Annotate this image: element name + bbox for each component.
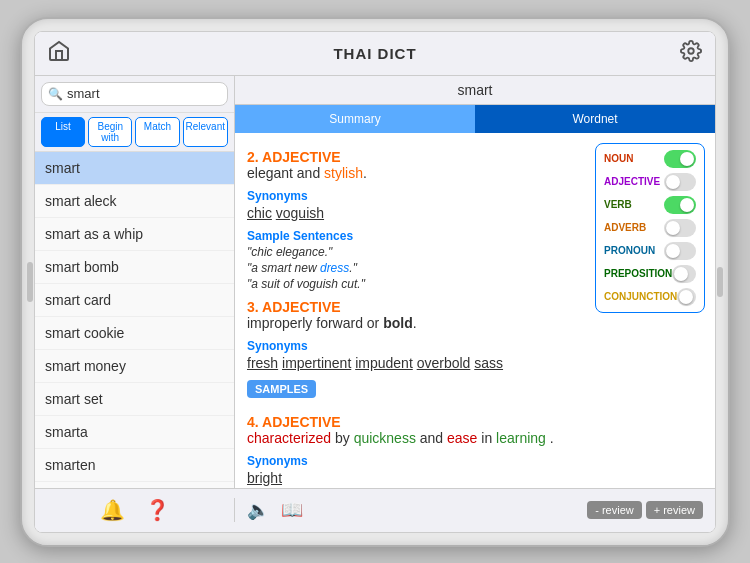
wt-row-pronoun: PRONOUN [604,242,696,260]
syn-impertinent[interactable]: impertinent [282,355,351,371]
app-title: THAI DICT [75,45,675,62]
entry-4-quickness: quickness [354,430,416,446]
notification-icon[interactable]: 🔔 [100,498,125,522]
tab-summary[interactable]: Summary [235,105,475,133]
main-area: 🔍 ✕ List Begin with Match Relevant smart… [35,76,715,488]
tab-wordnet[interactable]: Wordnet [475,105,715,133]
synonym-chic[interactable]: chic [247,205,272,221]
wt-label-adverb: ADVERB [604,222,646,233]
left-panel: 🔍 ✕ List Begin with Match Relevant smart… [35,76,235,488]
entry-4-synonyms-label: Synonyms [247,454,703,468]
list-item[interactable]: smart as a whip [35,218,234,251]
tabs-row: Summary Wordnet [235,105,715,133]
wt-row-preposition: PREPOSITION [604,265,696,283]
search-icon: 🔍 [48,87,63,101]
svg-point-0 [688,48,694,54]
toggle-knob-preposition [674,267,688,281]
list-item[interactable]: smart [35,152,234,185]
syn-impudent[interactable]: impudent [355,355,413,371]
toggle-noun[interactable] [664,150,696,168]
search-input[interactable] [67,86,235,101]
search-bar: 🔍 ✕ [35,76,234,113]
toggle-verb[interactable] [664,196,696,214]
gear-icon [680,40,702,66]
filter-match-button[interactable]: Match [135,117,179,147]
wt-label-preposition: PREPOSITION [604,268,672,279]
filter-beginwith-button[interactable]: Begin with [88,117,132,147]
word-type-panel: NOUN ADJECTIVE VERB [595,143,705,313]
toggle-conjunction[interactable] [677,288,696,306]
book-icon[interactable]: 📖 [281,499,303,521]
list-item[interactable]: smart set [35,383,234,416]
entry-3-def-bold: bold [383,315,413,331]
settings-button[interactable] [675,37,707,69]
home-icon [47,39,71,67]
wt-row-verb: VERB [604,196,696,214]
toggle-knob-conjunction [679,290,693,304]
syn-bright[interactable]: bright [247,470,282,486]
list-item[interactable]: smart cookie [35,317,234,350]
filter-list-button[interactable]: List [41,117,85,147]
list-item[interactable]: smarta [35,416,234,449]
app-container: THAI DICT 🔍 ✕ [34,31,716,533]
list-item[interactable]: smart bomb [35,251,234,284]
sample-3-voguish: voguish [297,277,338,291]
syn-sass[interactable]: sass [474,355,503,371]
filter-buttons-row: List Begin with Match Relevant [35,113,234,152]
samples-button[interactable]: SAMPLES [247,380,316,398]
entry-4-period: . [550,430,554,446]
entry-4-and: and [420,430,447,446]
bottom-bar: 🔔 ❓ 🔈 📖 - review + review [35,488,715,532]
bottom-left: 🔔 ❓ [35,498,235,522]
toggle-knob-noun [680,152,694,166]
review-minus-button[interactable]: - review [587,501,642,519]
entry-4-learning: learning [496,430,546,446]
toggle-adverb[interactable] [664,219,696,237]
right-header: smart [235,76,715,105]
entry-3-synonyms-label: Synonyms [247,339,703,353]
synonym-voguish[interactable]: voguish [276,205,324,221]
list-item[interactable]: smart aleck [35,185,234,218]
content-area: NOUN ADJECTIVE VERB [235,133,715,488]
syn-overbold[interactable]: overbold [417,355,471,371]
entry-3-synonyms: fresh impertinent impudent overbold sass [247,355,703,371]
entry-4-characterized: characterized [247,430,331,446]
list-item[interactable]: smart money [35,350,234,383]
word-list: smart smart aleck smart as a whip smart … [35,152,234,488]
wt-row-adverb: ADVERB [604,219,696,237]
top-bar: THAI DICT [35,32,715,76]
toggle-pronoun[interactable] [664,242,696,260]
wt-row-noun: NOUN [604,150,696,168]
wt-label-conjunction: CONJUNCTION [604,291,677,302]
toggle-adjective[interactable] [664,173,696,191]
sample-2-dress: dress [320,261,349,275]
sample-3-suit: suit [261,277,280,291]
entry-4-ease: ease [447,430,477,446]
device-frame: THAI DICT 🔍 ✕ [20,17,730,547]
wt-label-adjective: ADJECTIVE [604,176,660,187]
list-item[interactable]: smart card [35,284,234,317]
wt-row-adjective: ADJECTIVE [604,173,696,191]
filter-relevant-button[interactable]: Relevant [183,117,228,147]
volume-button [27,262,33,302]
toggle-knob-adverb [666,221,680,235]
right-panel: smart Summary Wordnet NOUN [235,76,715,488]
wt-label-verb: VERB [604,199,632,210]
bottom-right: 🔈 📖 - review + review [235,499,715,521]
page-title: smart [458,82,493,98]
entry-4-in: in [481,430,496,446]
syn-fresh[interactable]: fresh [247,355,278,371]
review-plus-button[interactable]: + review [646,501,703,519]
entry-4-synonyms: bright [247,470,703,486]
wt-label-pronoun: PRONOUN [604,245,655,256]
bottom-icons: 🔈 📖 [247,499,303,521]
toggle-preposition[interactable] [672,265,696,283]
list-item[interactable]: smarten [35,449,234,482]
help-icon[interactable]: ❓ [145,498,170,522]
entry-4-num: 4. ADJECTIVE [247,414,703,430]
wt-row-conjunction: CONJUNCTION [604,288,696,306]
speaker-icon[interactable]: 🔈 [247,499,269,521]
home-button[interactable] [43,37,75,69]
wt-label-noun: NOUN [604,153,633,164]
review-buttons: - review + review [587,501,703,519]
